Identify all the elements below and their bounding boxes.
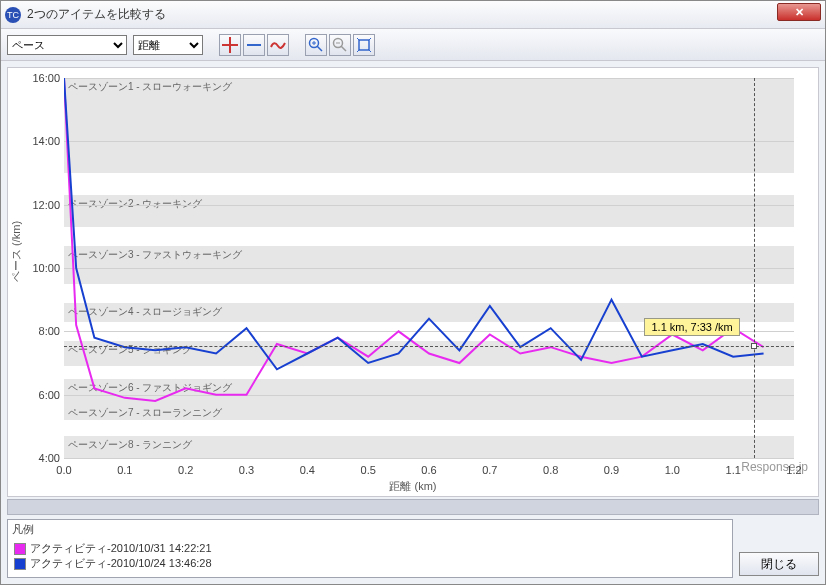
x-tick: 0.7 — [482, 464, 497, 476]
series-svg — [64, 78, 794, 458]
crosshair-horizontal — [64, 346, 794, 347]
x-tick: 1.2 — [786, 464, 801, 476]
chart-mode-group — [219, 34, 289, 56]
svg-rect-1 — [229, 37, 231, 53]
legend-item: アクティビティ-2010/10/24 13:46:28 — [14, 556, 726, 571]
window-title: 2つのアイテムを比較する — [27, 6, 166, 23]
svg-line-4 — [317, 46, 322, 51]
crosshair-vertical — [754, 78, 755, 458]
x-tick: 0.5 — [361, 464, 376, 476]
y-tick: 12:00 — [8, 199, 60, 211]
x-axis-label: 距離 (km) — [389, 479, 436, 494]
cursor-marker — [751, 343, 757, 349]
zoom-group — [305, 34, 375, 56]
compare-window: TC 2つのアイテムを比較する ✕ ペース 距離 ペース (/km) ペースゾー… — [0, 0, 826, 585]
crosshair-icon[interactable] — [219, 34, 241, 56]
horizontal-line-icon[interactable] — [243, 34, 265, 56]
y-tick: 6:00 — [8, 389, 60, 401]
titlebar: TC 2つのアイテムを比較する ✕ — [1, 1, 825, 29]
x-tick: 0.3 — [239, 464, 254, 476]
legend-item: アクティビティ-2010/10/31 14:22:21 — [14, 541, 726, 556]
x-tick: 0.4 — [300, 464, 315, 476]
legend: 凡例 アクティビティ-2010/10/31 14:22:21アクティビティ-20… — [7, 519, 733, 578]
x-tick: 0.0 — [56, 464, 71, 476]
legend-items: アクティビティ-2010/10/31 14:22:21アクティビティ-2010/… — [8, 539, 732, 577]
window-close-button[interactable]: ✕ — [777, 3, 821, 21]
x-tick: 0.1 — [117, 464, 132, 476]
close-button[interactable]: 閉じる — [739, 552, 819, 576]
x-tick: 0.8 — [543, 464, 558, 476]
plot-region[interactable]: ペースゾーン1 - スローウォーキングペースゾーン2 - ウォーキングペースゾー… — [64, 78, 794, 458]
legend-label: アクティビティ-2010/10/31 14:22:21 — [30, 541, 212, 556]
xaxis-select[interactable]: 距離 — [133, 35, 203, 55]
x-tick: 1.0 — [665, 464, 680, 476]
close-icon: ✕ — [795, 6, 804, 19]
horizontal-scrollbar[interactable] — [7, 499, 819, 515]
x-tick: 0.2 — [178, 464, 193, 476]
y-tick: 8:00 — [8, 325, 60, 337]
app-icon: TC — [5, 7, 21, 23]
chart-area[interactable]: ペース (/km) ペースゾーン1 - スローウォーキングペースゾーン2 - ウ… — [7, 67, 819, 497]
bottom-panel: 凡例 アクティビティ-2010/10/31 14:22:21アクティビティ-20… — [1, 515, 825, 584]
svg-line-8 — [341, 46, 346, 51]
y-tick: 14:00 — [8, 135, 60, 147]
wave-icon[interactable] — [267, 34, 289, 56]
x-tick: 1.1 — [726, 464, 741, 476]
legend-swatch — [14, 558, 26, 570]
y-tick: 10:00 — [8, 262, 60, 274]
legend-swatch — [14, 543, 26, 555]
svg-rect-2 — [247, 44, 261, 46]
legend-label: アクティビティ-2010/10/24 13:46:28 — [30, 556, 212, 571]
gridline-h — [64, 458, 794, 459]
legend-title: 凡例 — [8, 520, 732, 539]
y-tick: 4:00 — [8, 452, 60, 464]
x-tick: 0.6 — [421, 464, 436, 476]
zoom-in-icon[interactable] — [305, 34, 327, 56]
close-button-wrap: 閉じる — [739, 552, 819, 576]
zoom-fit-icon[interactable] — [353, 34, 375, 56]
tooltip: 1.1 km, 7:33 /km — [644, 318, 739, 336]
svg-rect-10 — [359, 40, 369, 50]
yaxis-select[interactable]: ペース — [7, 35, 127, 55]
toolbar: ペース 距離 — [1, 29, 825, 61]
y-tick: 16:00 — [8, 72, 60, 84]
zoom-out-icon[interactable] — [329, 34, 351, 56]
x-tick: 0.9 — [604, 464, 619, 476]
